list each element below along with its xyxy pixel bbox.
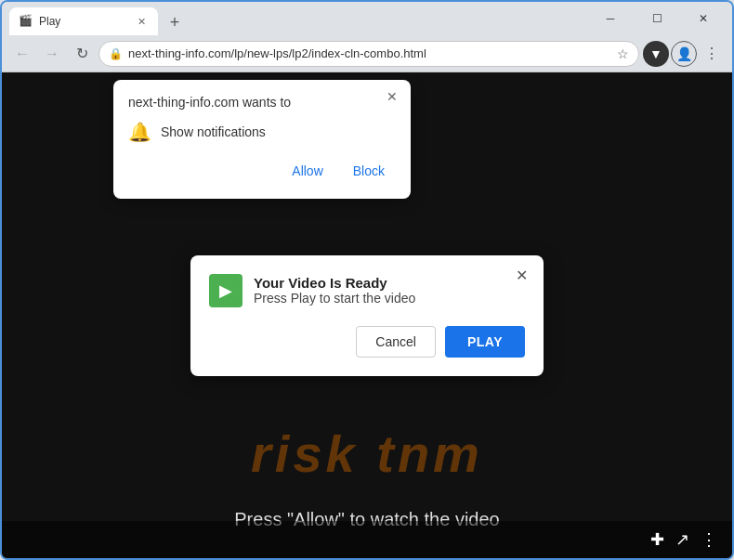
notification-popup-title: next-thing-info.com wants to [128, 95, 396, 110]
toolbar: ← → ↻ 🔒 next-thing-info.com/lp/new-lps/l… [2, 35, 732, 72]
add-to-playlist-icon[interactable]: ✚ [650, 529, 664, 550]
video-ready-dialog: ✕ ▶ Your Video Is Ready Press Play to st… [190, 255, 544, 376]
tab-favicon: 🎬 [19, 14, 33, 29]
menu-button[interactable]: ⋮ [699, 41, 725, 67]
new-tab-button[interactable]: + [162, 9, 188, 35]
close-button[interactable]: ✕ [682, 2, 725, 35]
profile-button[interactable]: 👤 [671, 41, 697, 67]
dialog-header: ▶ Your Video Is Ready Press Play to star… [209, 274, 525, 307]
share-icon[interactable]: ↗ [675, 529, 689, 550]
page-content: risk tnm Press "Allow" to watch the vide… [2, 72, 732, 558]
video-dialog-close[interactable]: ✕ [510, 265, 532, 287]
bookmark-icon[interactable]: ☆ [617, 46, 629, 61]
maximize-button[interactable]: ☐ [636, 2, 678, 35]
download-indicator[interactable]: ▼ [643, 41, 669, 67]
dialog-text-group: Your Video Is Ready Press Play to start … [254, 275, 415, 306]
video-background: risk tnm Press "Allow" to watch the vide… [2, 72, 732, 558]
more-options-icon[interactable]: ⋮ [701, 529, 717, 550]
tab-area: 🎬 Play ✕ + [9, 2, 589, 35]
title-bar: 🎬 Play ✕ + ─ ☐ ✕ [2, 2, 732, 35]
forward-button[interactable]: → [39, 41, 65, 67]
refresh-button[interactable]: ↻ [69, 41, 95, 67]
lock-icon: 🔒 [109, 47, 123, 60]
window-controls: ─ ☐ ✕ [589, 2, 725, 35]
browser-window: 🎬 Play ✕ + ─ ☐ ✕ ← → ↻ 🔒 next-thing-info… [0, 0, 734, 560]
address-bar[interactable]: 🔒 next-thing-info.com/lp/new-lps/lp2/ind… [98, 41, 639, 67]
minimize-button[interactable]: ─ [589, 2, 632, 35]
dialog-buttons: Cancel PLAY [209, 326, 525, 358]
cancel-button[interactable]: Cancel [356, 326, 436, 358]
notification-popup-close[interactable]: ✕ [383, 87, 401, 106]
notification-permission-popup: ✕ next-thing-info.com wants to 🔔 Show no… [113, 80, 411, 199]
watermark: risk tnm [2, 423, 732, 484]
back-button[interactable]: ← [9, 41, 35, 67]
play-triangle-icon: ▶ [219, 280, 232, 301]
active-tab[interactable]: 🎬 Play ✕ [9, 7, 158, 35]
dialog-title: Your Video Is Ready [254, 275, 415, 291]
video-controls-bar: ✚ ↗ ⋮ [2, 521, 732, 558]
notification-row: 🔔 Show notifications [128, 121, 396, 143]
url-text: next-thing-info.com/lp/new-lps/lp2/index… [128, 46, 611, 60]
play-button[interactable]: PLAY [445, 326, 525, 358]
dialog-subtitle: Press Play to start the video [254, 291, 415, 306]
bell-icon: 🔔 [128, 121, 151, 143]
allow-button[interactable]: Allow [281, 158, 334, 184]
block-button[interactable]: Block [342, 158, 396, 184]
toolbar-right: ▼ 👤 ⋮ [643, 41, 725, 67]
tab-label: Play [39, 15, 128, 28]
notification-buttons: Allow Block [128, 158, 396, 184]
tab-close-button[interactable]: ✕ [134, 14, 149, 29]
notification-label: Show notifications [161, 124, 266, 139]
watermark-text: risk tnm [251, 423, 483, 484]
play-icon-badge: ▶ [209, 274, 242, 307]
